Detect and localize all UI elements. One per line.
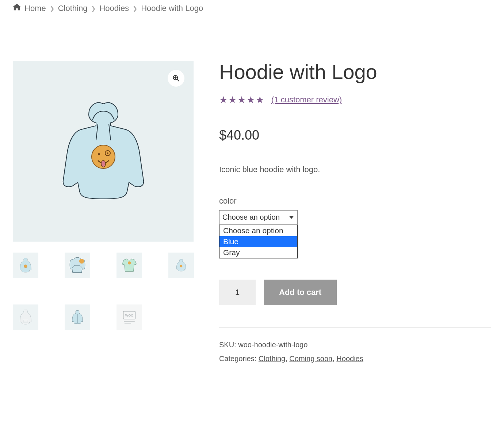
product-description: Iconic blue hoodie with logo.: [219, 165, 491, 174]
review-link[interactable]: (1 customer review): [271, 95, 342, 105]
breadcrumb-hoodies[interactable]: Hoodies: [99, 4, 129, 13]
svg-point-7: [107, 152, 108, 154]
rating-row: ★★★★★ (1 customer review): [219, 94, 491, 106]
product-meta: SKU: woo-hoodie-with-logo Categories: Cl…: [219, 327, 491, 366]
thumbnail-5[interactable]: [13, 304, 38, 330]
sku-label: SKU:: [219, 341, 238, 349]
categories-row: Categories: Clothing, Coming soon, Hoodi…: [219, 352, 491, 366]
product-gallery: WOO: [13, 61, 194, 366]
chevron-right-icon: ❯: [50, 5, 54, 12]
zoom-icon[interactable]: [168, 70, 184, 87]
breadcrumb: Home ❯ Clothing ❯ Hoodies ❯ Hoodie with …: [13, 4, 491, 13]
star-rating: ★★★★★: [219, 94, 265, 106]
home-icon[interactable]: [13, 4, 21, 13]
main-product-image[interactable]: [13, 61, 194, 242]
svg-point-11: [128, 261, 131, 264]
sku-value: woo-hoodie-with-logo: [238, 341, 308, 349]
product-title: Hoodie with Logo: [219, 61, 491, 83]
color-option-blue[interactable]: Blue: [219, 236, 297, 247]
category-clothing[interactable]: Clothing: [259, 355, 285, 363]
color-select[interactable]: Choose an option: [219, 210, 298, 225]
color-select-value: Choose an option: [222, 213, 280, 222]
category-hoodies[interactable]: Hoodies: [336, 355, 363, 363]
breadcrumb-clothing[interactable]: Clothing: [58, 4, 88, 13]
product-price: $40.00: [219, 128, 491, 143]
color-option-default[interactable]: Choose an option: [219, 225, 297, 236]
thumbnail-1[interactable]: [13, 253, 38, 278]
svg-point-5: [98, 153, 100, 155]
chevron-right-icon: ❯: [133, 5, 137, 12]
thumbnail-3[interactable]: [117, 253, 142, 278]
color-select-wrap: Choose an option Choose an option Blue G…: [219, 210, 298, 225]
thumbnail-grid: WOO: [13, 253, 194, 330]
svg-point-9: [24, 265, 27, 268]
breadcrumb-current: Hoodie with Logo: [141, 4, 203, 13]
thumbnail-4[interactable]: [168, 253, 194, 278]
add-to-cart-row: Add to cart: [219, 280, 491, 305]
variation-label-color: color: [219, 196, 491, 206]
svg-line-1: [177, 79, 179, 82]
thumbnail-2[interactable]: [65, 253, 90, 278]
category-coming-soon[interactable]: Coming soon: [289, 355, 332, 363]
chevron-right-icon: ❯: [91, 5, 96, 12]
thumbnail-7[interactable]: WOO: [117, 304, 142, 330]
categories-label: Categories:: [219, 355, 259, 363]
sku-row: SKU: woo-hoodie-with-logo: [219, 338, 491, 352]
breadcrumb-home[interactable]: Home: [24, 4, 46, 13]
svg-point-12: [180, 265, 183, 268]
product-summary: Hoodie with Logo ★★★★★ (1 customer revie…: [219, 61, 491, 366]
quantity-input[interactable]: [219, 280, 256, 305]
color-dropdown: Choose an option Blue Gray: [219, 225, 298, 258]
svg-point-8: [101, 160, 106, 167]
svg-text:WOO: WOO: [125, 314, 134, 317]
thumbnail-6[interactable]: [65, 304, 90, 330]
svg-point-10: [79, 259, 84, 264]
add-to-cart-button[interactable]: Add to cart: [264, 280, 337, 305]
color-option-gray[interactable]: Gray: [219, 247, 297, 258]
